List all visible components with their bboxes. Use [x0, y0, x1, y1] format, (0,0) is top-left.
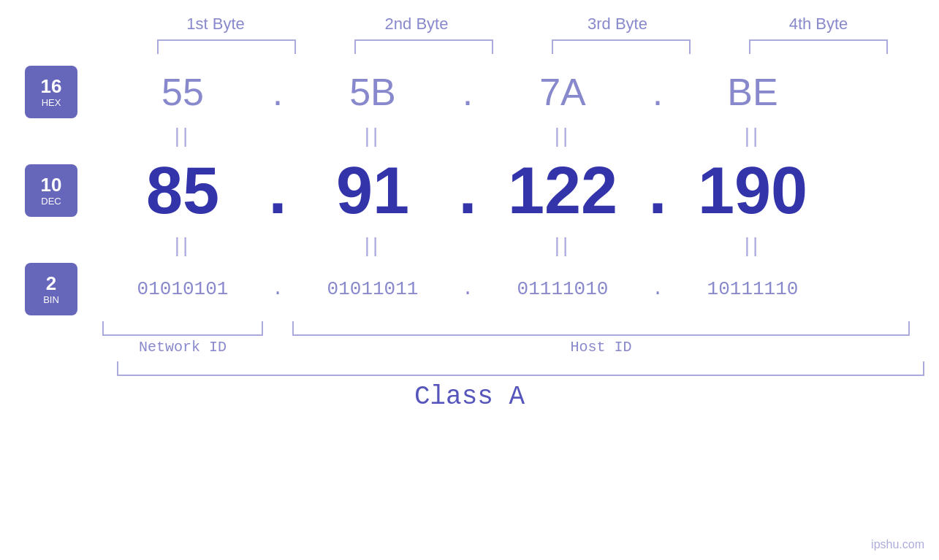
dec-values: 85 . 91 . 122 . 190	[102, 153, 939, 229]
bin-row: 2 BIN 01010101 . 01011011 . 01111010 .	[0, 260, 939, 318]
eq2-values: || || || ||	[102, 234, 939, 257]
dec-badge-label: DEC	[41, 196, 61, 207]
eq2-1: ||	[102, 234, 263, 257]
bin-values: 01010101 . 01011011 . 01111010 . 1011111…	[102, 278, 939, 300]
bin-val-3: 01111010	[482, 278, 643, 300]
bin-val-4: 10111110	[672, 278, 833, 300]
hex-dot-3: .	[643, 70, 672, 114]
hex-values: 55 . 5B . 7A . BE	[102, 70, 939, 114]
hex-val-4: BE	[672, 70, 833, 114]
bin-dot-1: .	[263, 278, 292, 300]
watermark: ipshu.com	[871, 538, 924, 551]
class-label-row: Class A	[0, 382, 939, 412]
hex-val-3: 7A	[482, 70, 643, 114]
eq1-2: ||	[292, 124, 453, 147]
network-id-label: Network ID	[102, 339, 263, 356]
bracket-top-1	[157, 39, 296, 54]
byte-header-4: 4th Byte	[738, 15, 899, 34]
eq1-1: ||	[102, 124, 263, 147]
bin-dot-2: .	[453, 278, 482, 300]
class-bracket	[117, 361, 924, 376]
hex-dot-1: .	[263, 70, 292, 114]
id-labels-row: Network ID Host ID	[102, 339, 939, 356]
byte-header-2: 2nd Byte	[336, 15, 497, 34]
eq1-3: ||	[482, 124, 643, 147]
hex-val-2: 5B	[292, 70, 453, 114]
bin-badge-cell: 2 BIN	[0, 263, 102, 315]
host-id-bracket	[292, 321, 910, 336]
byte-header-3: 3rd Byte	[537, 15, 698, 34]
bracket-gap-1	[263, 321, 292, 336]
eq2-2: ||	[292, 234, 453, 257]
equals-row-2: || || || ||	[0, 231, 939, 260]
hex-badge-num: 16	[41, 76, 62, 97]
bin-badge: 2 BIN	[25, 263, 77, 315]
hex-dot-2: .	[453, 70, 482, 114]
top-brackets	[128, 39, 917, 54]
bin-badge-num: 2	[46, 273, 56, 294]
hex-row: 16 HEX 55 . 5B . 7A . BE	[0, 63, 939, 121]
eq2-3: ||	[482, 234, 643, 257]
class-label: Class A	[414, 382, 525, 412]
hex-badge: 16 HEX	[25, 66, 77, 118]
byte-header-1: 1st Byte	[135, 15, 296, 34]
dec-val-1: 85	[102, 153, 263, 229]
id-label-gap	[263, 339, 292, 356]
eq1-4: ||	[672, 124, 833, 147]
hex-val-1: 55	[102, 70, 263, 114]
bin-dot-3: .	[643, 278, 672, 300]
dec-dot-3: .	[643, 153, 672, 229]
eq1-values: || || || ||	[102, 124, 939, 147]
dec-val-4: 190	[672, 153, 833, 229]
bottom-brackets-row	[102, 321, 939, 336]
hex-badge-cell: 16 HEX	[0, 66, 102, 118]
dec-dot-1: .	[263, 153, 292, 229]
bin-val-2: 01011011	[292, 278, 453, 300]
dec-val-3: 122	[482, 153, 643, 229]
bracket-top-2	[354, 39, 493, 54]
bin-val-1: 01010101	[102, 278, 263, 300]
network-id-bracket	[102, 321, 263, 336]
dec-badge-num: 10	[41, 174, 62, 196]
bin-badge-label: BIN	[43, 294, 59, 305]
dec-val-2: 91	[292, 153, 453, 229]
hex-badge-label: HEX	[42, 97, 61, 108]
host-id-label: Host ID	[292, 339, 910, 356]
dec-dot-2: .	[453, 153, 482, 229]
dec-badge: 10 DEC	[25, 164, 77, 217]
bracket-top-4	[749, 39, 888, 54]
main-container: 1st Byte 2nd Byte 3rd Byte 4th Byte 16 H…	[0, 0, 939, 560]
bracket-top-3	[552, 39, 691, 54]
byte-headers-row: 1st Byte 2nd Byte 3rd Byte 4th Byte	[115, 15, 919, 34]
eq2-4: ||	[672, 234, 833, 257]
equals-row-1: || || || ||	[0, 121, 939, 150]
dec-badge-cell: 10 DEC	[0, 164, 102, 217]
dec-row: 10 DEC 85 . 91 . 122 . 190	[0, 150, 939, 231]
